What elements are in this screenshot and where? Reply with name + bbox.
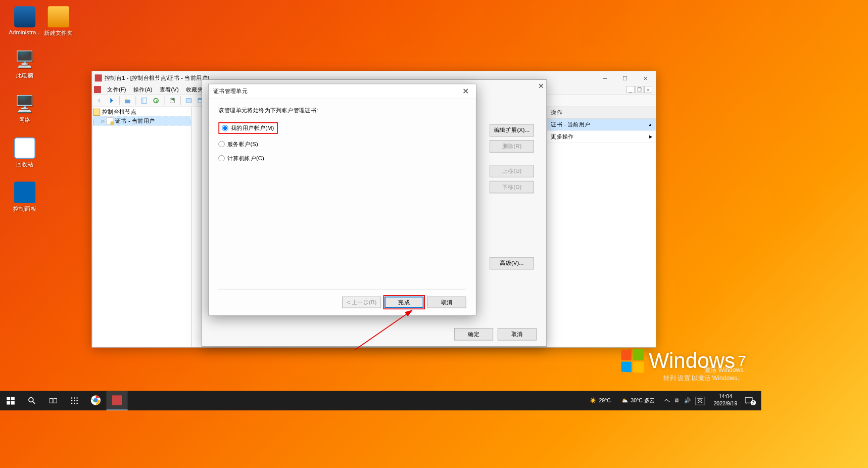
tray-weather-right[interactable]: ⛅ 30°C 多云 [616, 397, 660, 404]
remove-button[interactable]: 删除(R) [490, 140, 534, 153]
menu-view[interactable]: 查看(V) [156, 85, 182, 93]
up-button[interactable] [122, 96, 133, 106]
desktop-icon-label: 回收站 [7, 160, 42, 168]
cert-snapin-dialog: 证书管理单元 ✕ 该管理单元将始终为下列帐户管理证书: 我的用户帐户(M) 服务… [208, 84, 476, 316]
desktop-icon-label: 此电脑 [7, 72, 42, 80]
svg-point-20 [76, 400, 78, 401]
edit-extensions-button[interactable]: 编辑扩展(X)... [490, 124, 534, 137]
tray-volume-icon[interactable]: 🔊 [684, 398, 691, 404]
properties-button[interactable] [151, 96, 161, 106]
cancel-button[interactable]: 取消 [427, 297, 466, 308]
user-icon [14, 6, 35, 27]
desktop-icon-this-pc[interactable]: 🖥️ 此电脑 [7, 49, 42, 79]
subwin-restore[interactable]: ❐ [636, 86, 644, 93]
svg-rect-9 [7, 401, 10, 405]
ok-button[interactable]: 确定 [454, 328, 493, 341]
tree-cert-node[interactable]: ▷ 证书 - 当前用户 [93, 117, 190, 126]
weather-text-right: 30°C 多云 [631, 397, 654, 404]
tree-root-node[interactable]: 控制台根节点 [93, 108, 190, 117]
expand-caret-icon[interactable]: ▷ [102, 119, 105, 123]
tray-system-icons: ヘ 🖥 🔊 英 [660, 396, 709, 405]
forward-button[interactable] [106, 96, 117, 106]
activate-line2: 转到 设置 以激活 Windows。 [663, 374, 743, 382]
subwin-close[interactable]: × [644, 86, 652, 93]
desktop-icon-administrator[interactable]: Administra... [7, 6, 42, 36]
search-button[interactable] [21, 391, 42, 411]
svg-rect-7 [7, 397, 10, 400]
tray-clock[interactable]: 14:04 2022/9/19 [709, 394, 742, 407]
svg-point-18 [71, 400, 73, 401]
back-button[interactable]: < 上一步(B) [342, 297, 381, 308]
finish-button[interactable]: 完成 [384, 297, 423, 308]
pc-icon: 🖥️ [14, 49, 35, 70]
tray-network-icon[interactable]: 🖥 [674, 398, 680, 404]
cancel-button[interactable]: 取消 [498, 328, 537, 341]
taskbar-mmc[interactable] [106, 391, 127, 411]
export-button[interactable] [167, 96, 178, 106]
radio-my-user-account[interactable]: 我的用户帐户(M) [218, 122, 466, 134]
desktop-icon-network[interactable]: 🖥️ 网络 [7, 93, 42, 124]
svg-rect-10 [11, 401, 15, 405]
radio-service-account[interactable]: 服务帐户(S) [218, 140, 466, 148]
snapin-close-button[interactable]: ✕ [538, 81, 544, 90]
folder-icon [48, 6, 69, 27]
all-apps-button[interactable] [64, 391, 85, 411]
radio-service-input[interactable] [218, 141, 224, 147]
tray-chevron-icon[interactable]: ヘ [664, 397, 670, 404]
cert-dialog-titlebar[interactable]: 证书管理单元 ✕ [209, 84, 476, 99]
action-more-row[interactable]: 更多操作 ▶ [547, 131, 656, 143]
action-pane-header: 操作 [547, 107, 656, 119]
start-button[interactable] [0, 391, 21, 411]
tree-cert-label: 证书 - 当前用户 [115, 117, 155, 125]
radio-computer-account[interactable]: 计算机帐户(C) [218, 154, 466, 162]
collapse-arrow-icon: ▲ [648, 122, 652, 127]
svg-line-12 [33, 402, 35, 404]
desktop-icon-recycle-bin[interactable]: 回收站 [7, 137, 42, 168]
close-button[interactable]: ✕ [636, 71, 656, 84]
task-view-button[interactable] [42, 391, 64, 411]
maximize-button[interactable]: ☐ [615, 71, 635, 84]
svg-rect-4 [186, 99, 191, 103]
tray-weather-left[interactable]: ☀️ 29°C [584, 398, 616, 404]
weather-icon: ☀️ [590, 398, 596, 404]
radio-user-input[interactable] [222, 125, 228, 131]
subwin-minimize[interactable]: _ [626, 86, 635, 93]
desktop-icon-control-panel[interactable]: 控制面板 [7, 182, 42, 213]
mmc-small-icon [94, 86, 101, 93]
chrome-icon [90, 395, 101, 405]
minimize-button[interactable]: ─ [595, 71, 615, 84]
show-hide-tree-button[interactable] [139, 96, 150, 106]
radio-computer-input[interactable] [218, 155, 224, 161]
advanced-button[interactable]: 高级(V)... [490, 257, 534, 270]
submenu-arrow-icon: ▶ [649, 134, 652, 139]
tray-notifications[interactable]: 2 [742, 391, 761, 411]
certificate-icon [106, 117, 113, 124]
svg-point-22 [74, 403, 75, 404]
close-icon[interactable]: ✕ [459, 86, 471, 96]
svg-rect-13 [50, 398, 53, 403]
move-up-button[interactable]: 上移(U) [490, 165, 534, 177]
taskbar: ☀️ 29°C ⛅ 30°C 多云 ヘ 🖥 🔊 英 14:04 2022/9/1… [0, 391, 761, 411]
radio-user-label: 我的用户帐户(M) [231, 124, 274, 132]
taskbar-chrome[interactable] [85, 391, 106, 411]
back-button[interactable] [94, 96, 105, 106]
tray-ime[interactable]: 英 [695, 396, 705, 405]
desktop-icon-label: Administra... [7, 29, 42, 36]
control-panel-icon [14, 182, 35, 203]
svg-point-21 [71, 403, 73, 404]
move-down-button[interactable]: 下移(D) [490, 181, 534, 194]
mmc-icon [112, 395, 122, 405]
svg-rect-8 [11, 397, 15, 400]
mmc-tree: 控制台根节点 ▷ 证书 - 当前用户 [92, 107, 191, 347]
action-row-label: 证书 - 当前用户 [551, 121, 591, 129]
svg-rect-14 [54, 398, 57, 403]
mmc-icon [95, 74, 102, 81]
action-cert-row[interactable]: 证书 - 当前用户 ▲ [547, 119, 656, 131]
menu-file[interactable]: 文件(F) [104, 85, 129, 93]
activate-line1: 激活 Windows [663, 366, 743, 374]
menu-action[interactable]: 操作(A) [130, 85, 156, 93]
desktop-icon-new-folder[interactable]: 新建文件夹 [41, 6, 76, 37]
cert-dialog-prompt: 该管理单元将始终为下列帐户管理证书: [218, 106, 466, 114]
help-button[interactable] [183, 96, 194, 106]
folder-icon [93, 109, 100, 116]
